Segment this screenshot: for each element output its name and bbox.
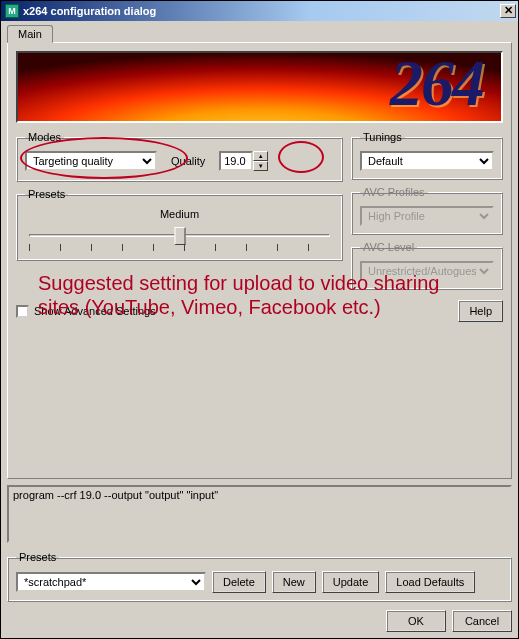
app-icon: M	[5, 4, 19, 18]
quality-value[interactable]	[219, 151, 253, 171]
tab-main[interactable]: Main	[7, 25, 53, 43]
window-title: x264 configuration dialog	[23, 5, 500, 17]
checkbox-box[interactable]	[16, 305, 29, 318]
delete-button[interactable]: Delete	[212, 571, 266, 593]
quality-spinner[interactable]: ▲ ▼	[219, 151, 268, 171]
ok-button[interactable]: OK	[386, 610, 446, 632]
tunings-legend: Tunings	[360, 131, 405, 143]
avc-level-select: Unrestricted/Autoguess	[360, 261, 494, 281]
quality-down[interactable]: ▼	[253, 161, 268, 171]
banner: 264	[16, 51, 503, 123]
help-button[interactable]: Help	[458, 300, 503, 322]
presets-slider-legend: Presets	[25, 188, 68, 200]
bottom-presets-group: Presets *scratchpad* Delete New Update L…	[7, 551, 512, 602]
command-line[interactable]	[7, 485, 512, 543]
cancel-button[interactable]: Cancel	[452, 610, 512, 632]
show-advanced-label: Show Advanced Settings	[34, 305, 156, 317]
tunings-select[interactable]: Default	[360, 151, 494, 171]
client-area: Main 264 Modes Targeting quality Quality	[1, 21, 518, 638]
avc-level-group: AVC Level Unrestricted/Autoguess	[351, 241, 503, 290]
avc-level-legend: AVC Level	[360, 241, 417, 253]
show-advanced-checkbox[interactable]: Show Advanced Settings	[16, 305, 156, 318]
modes-legend: Modes	[25, 131, 64, 143]
presets-slider-group: Presets Medium	[16, 188, 343, 261]
modes-group: Modes Targeting quality Quality ▲ ▼	[16, 131, 343, 182]
load-defaults-button[interactable]: Load Defaults	[385, 571, 475, 593]
tabstrip: Main	[7, 25, 512, 43]
tunings-group: Tunings Default	[351, 131, 503, 180]
tab-panel-main: 264 Modes Targeting quality Quality	[7, 42, 512, 479]
x264-config-window: M x264 configuration dialog ✕ Main 264 M…	[0, 0, 519, 639]
preset-value-label: Medium	[25, 208, 334, 220]
close-button[interactable]: ✕	[500, 4, 516, 18]
slider-thumb[interactable]	[174, 227, 185, 245]
bottom-preset-select[interactable]: *scratchpad*	[16, 572, 206, 592]
update-button[interactable]: Update	[322, 571, 379, 593]
preset-slider[interactable]	[29, 224, 330, 252]
avc-profiles-select: High Profile	[360, 206, 494, 226]
banner-text: 264	[390, 51, 483, 121]
new-button[interactable]: New	[272, 571, 316, 593]
avc-profiles-legend: AVC Profiles	[360, 186, 428, 198]
quality-label: Quality	[171, 155, 205, 167]
titlebar: M x264 configuration dialog ✕	[1, 1, 518, 21]
modes-select[interactable]: Targeting quality	[25, 151, 157, 171]
quality-up[interactable]: ▲	[253, 151, 268, 161]
avc-profiles-group: AVC Profiles High Profile	[351, 186, 503, 235]
bottom-presets-legend: Presets	[16, 551, 59, 563]
